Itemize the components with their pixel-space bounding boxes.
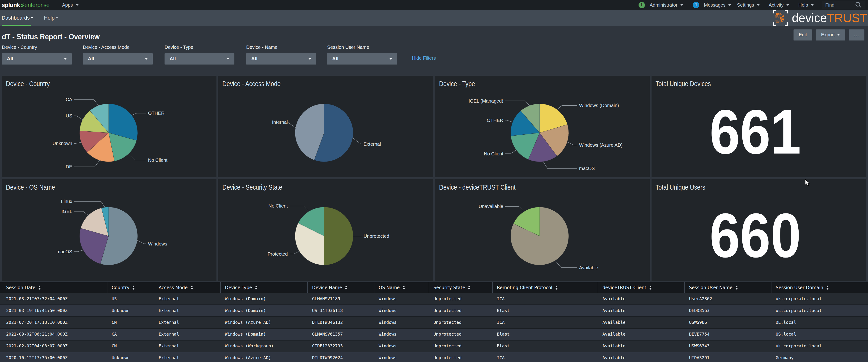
filter-label: Session User Name: [327, 44, 369, 50]
pie-label-leader: [557, 105, 577, 110]
column-header-label: Access Mode: [159, 285, 188, 290]
table-row[interactable]: 2021-03-19T16:41:50.000ZUnknownExternalW…: [0, 304, 868, 316]
pie-chart: ExternalInternal: [218, 76, 433, 177]
export-button[interactable]: Export: [815, 29, 845, 41]
messages-count-badge: 1: [693, 2, 699, 8]
table-cell: US-34TD36118: [308, 305, 374, 316]
pie-slice-unprotected[interactable]: [324, 207, 353, 265]
filter-dropdown[interactable]: All: [164, 53, 235, 65]
column-header-session-user-name[interactable]: Session User Name: [685, 282, 771, 293]
devicetrust-logo: deviceTRUST: [772, 11, 867, 25]
hide-filters-link[interactable]: Hide Filters: [412, 56, 436, 61]
page-actions: Edit Export ...: [794, 29, 864, 41]
table-cell: Available: [598, 329, 685, 339]
table-cell: Unprotected: [429, 329, 493, 339]
column-header-session-user-domain[interactable]: Session User Domain: [771, 282, 868, 293]
table-row[interactable]: 2021-02-02T04:03:07.000ZCNExternalWindow…: [0, 340, 868, 352]
column-header-remoting-client-protocol[interactable]: Remoting Client Protocol: [493, 282, 598, 293]
table-cell: UserA2862: [685, 293, 771, 304]
table-cell: External: [154, 340, 221, 351]
activity-menu[interactable]: Activity: [769, 2, 789, 8]
chevron-down-icon: [64, 58, 67, 60]
pie-slice-label: Internal: [272, 120, 288, 125]
pie-slice-label: No Client: [148, 158, 167, 163]
column-header-security-state[interactable]: Security State: [429, 282, 493, 293]
filter-device-name: Device - NameAll: [246, 44, 277, 50]
column-header-session-date[interactable]: Session Date: [0, 282, 107, 293]
pie-label-leader: [505, 150, 517, 154]
administrator-menu[interactable]: i Administrator: [639, 2, 683, 8]
administrator-menu-label: Administrator: [650, 2, 678, 8]
sort-icon: [254, 285, 258, 290]
pie-slice-label: macOS: [56, 249, 72, 254]
pie-slice-label: Windows (Domain): [579, 103, 619, 108]
mouse-cursor: [804, 178, 812, 187]
table-cell: Blast: [493, 305, 598, 316]
chevron-down-icon: [680, 4, 683, 6]
pie-slice-label: OTHER: [148, 110, 164, 116]
devicetrust-logo-trust: TRUST: [827, 11, 867, 25]
table-cell: uk.corporate.local: [771, 340, 868, 351]
filter-session-user-name: Session User NameAll: [327, 44, 369, 50]
find-search-input[interactable]: Find: [822, 1, 865, 9]
pie-label-leader: [74, 250, 83, 252]
chevron-down-icon: [76, 4, 79, 6]
top-bar: splunkenterprise Apps i Administrator 1 …: [0, 0, 868, 10]
column-header-device-name[interactable]: Device Name: [308, 282, 374, 293]
splunk-logo[interactable]: splunkenterprise: [2, 2, 50, 8]
filter-dropdown[interactable]: All: [327, 53, 397, 65]
results-table: Session DateCountryAccess ModeDevice Typ…: [0, 282, 868, 362]
tab-help-label: Help: [44, 15, 55, 21]
sort-icon: [190, 285, 193, 290]
pie-chart: UnprotectedProtectedNo Client: [218, 179, 433, 281]
chevron-down-icon: [811, 4, 814, 6]
table-row[interactable]: 2021-03-21T07:32:04.000ZUSExternalWindow…: [0, 293, 868, 304]
tab-dashboards[interactable]: Dashboards: [2, 10, 33, 26]
table-row[interactable]: 2020-10-12T17:35:00.000ZUnknownExternalW…: [0, 352, 868, 362]
devicetrust-fingerprint-icon: [772, 10, 788, 26]
messages-menu[interactable]: 1 Messages: [693, 2, 731, 8]
sort-icon: [132, 285, 135, 290]
tab-help[interactable]: Help: [44, 10, 58, 26]
edit-button[interactable]: Edit: [794, 29, 812, 41]
column-header-label: Session User Name: [689, 285, 733, 290]
column-header-country[interactable]: Country: [107, 282, 154, 293]
filter-dropdown[interactable]: All: [83, 53, 153, 65]
panel-total-unique-devices: Total Unique Devices661: [652, 76, 866, 177]
column-header-os-name[interactable]: OS Name: [374, 282, 429, 293]
filter-dropdown[interactable]: All: [246, 53, 316, 65]
column-header-device-type[interactable]: Device Type: [221, 282, 308, 293]
table-cell: Available: [598, 293, 685, 304]
table-cell: US: [107, 293, 154, 304]
help-menu[interactable]: Help: [798, 2, 814, 8]
table-cell: Available: [598, 317, 685, 328]
pie-label-leader: [567, 142, 577, 145]
column-header-devicetrust-client[interactable]: deviceTRUST Client: [598, 282, 685, 293]
table-row[interactable]: 2021-09-02T06:21:04.000ZCAExternalWindow…: [0, 328, 868, 340]
messages-menu-label: Messages: [704, 2, 725, 8]
filter-label: Device - Type: [164, 44, 193, 50]
table-cell: Windows (Domain): [221, 293, 308, 304]
pie-slice-label: No Client: [484, 151, 503, 156]
pie-slice-label: Windows: [148, 241, 167, 246]
apps-menu[interactable]: Apps: [62, 2, 79, 8]
table-cell: 2021-02-02T04:03:07.000Z: [0, 340, 107, 351]
table-cell: External: [154, 329, 221, 339]
filter-label: Device - Country: [2, 44, 37, 50]
table-cell: ICA: [493, 317, 598, 328]
more-actions-button[interactable]: ...: [849, 29, 864, 41]
column-header-label: Remoting Client Protocol: [497, 285, 552, 290]
settings-menu[interactable]: Settings: [737, 2, 760, 8]
pie-slice-label: DE: [66, 164, 72, 169]
table-cell: Windows (Workgroup): [221, 340, 308, 351]
devicetrust-logo-device: device: [792, 11, 827, 25]
table-row[interactable]: 2021-07-20T17:13:10.000ZCNExternalWindow…: [0, 316, 868, 328]
column-header-label: Device Type: [225, 285, 252, 290]
table-cell: CN: [107, 317, 154, 328]
table-cell: External: [154, 305, 221, 316]
table-cell: Available: [598, 340, 685, 351]
pie-label-leader: [74, 116, 83, 120]
column-header-access-mode[interactable]: Access Mode: [154, 282, 221, 293]
search-icon[interactable]: [855, 1, 863, 9]
filter-dropdown[interactable]: All: [2, 53, 72, 65]
